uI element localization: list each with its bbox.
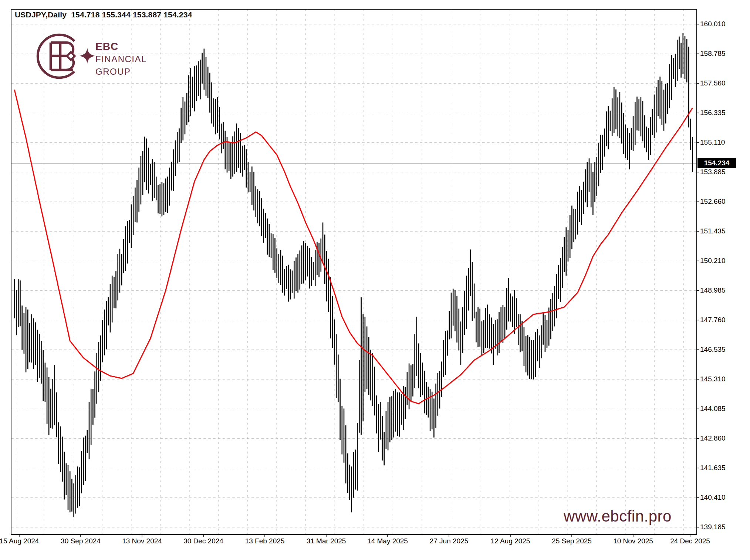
x-tick-label: 25 Sep 2025 xyxy=(552,537,592,545)
y-tick-label: 147.760 xyxy=(700,316,726,324)
y-tick-label: 139.185 xyxy=(700,523,726,531)
x-tick-label: 13 Nov 2024 xyxy=(122,537,162,545)
y-tick-label: 148.985 xyxy=(700,286,726,294)
x-tick-label: 13 Feb 2025 xyxy=(245,537,285,545)
x-tick-label: 12 Aug 2025 xyxy=(491,537,530,545)
x-tick-label: 24 Dec 2025 xyxy=(670,537,710,545)
y-tick-label: 153.885 xyxy=(700,168,726,176)
price-bars-series[interactable] xyxy=(14,33,693,517)
y-tick-label: 157.560 xyxy=(700,79,726,87)
x-tick-label: 14 May 2025 xyxy=(367,537,408,545)
y-tick-label: 140.410 xyxy=(700,493,726,502)
chart-title: USDJPY,Daily 154.718 155.344 153.887 154… xyxy=(15,10,192,19)
y-tick-label: 145.310 xyxy=(700,375,726,383)
logo-text-ebc: EBC xyxy=(95,41,118,53)
y-tick-label: 155.110 xyxy=(700,138,725,146)
logo-text-financial: FINANCIAL xyxy=(95,54,147,64)
y-tick-label: 160.010 xyxy=(700,20,726,28)
y-tick-label: 150.210 xyxy=(700,257,726,265)
moving-average-line[interactable] xyxy=(14,90,693,404)
x-tick-label: 15 Aug 2024 xyxy=(0,537,39,545)
logo-text-group: GROUP xyxy=(95,67,131,77)
x-tick-label: 27 Jun 2025 xyxy=(430,537,469,545)
last-price-label: 154.234 xyxy=(697,158,736,168)
y-tick-label: 142.860 xyxy=(700,434,726,442)
x-tick-label: 30 Sep 2024 xyxy=(61,537,101,545)
y-tick-label: 141.635 xyxy=(700,464,726,472)
y-tick-label: 146.535 xyxy=(700,345,726,354)
x-tick-label: 31 Mar 2025 xyxy=(307,537,346,545)
sparkle-icon xyxy=(80,48,95,64)
y-tick-label: 158.785 xyxy=(700,50,726,58)
watermark-url: www.ebcfin.pro xyxy=(555,507,680,525)
x-tick-label: 30 Dec 2024 xyxy=(183,537,223,545)
y-tick-label: 144.085 xyxy=(700,405,726,413)
ebc-logo: EBC FINANCIAL GROUP xyxy=(33,30,166,85)
y-tick-label: 151.435 xyxy=(700,227,726,235)
chart-window: USDJPY,Daily 154.718 155.344 153.887 154… xyxy=(0,0,750,560)
y-tick-label: 156.335 xyxy=(700,109,726,117)
y-tick-label: 152.660 xyxy=(700,198,726,206)
x-tick-label: 10 Nov 2025 xyxy=(613,537,653,545)
